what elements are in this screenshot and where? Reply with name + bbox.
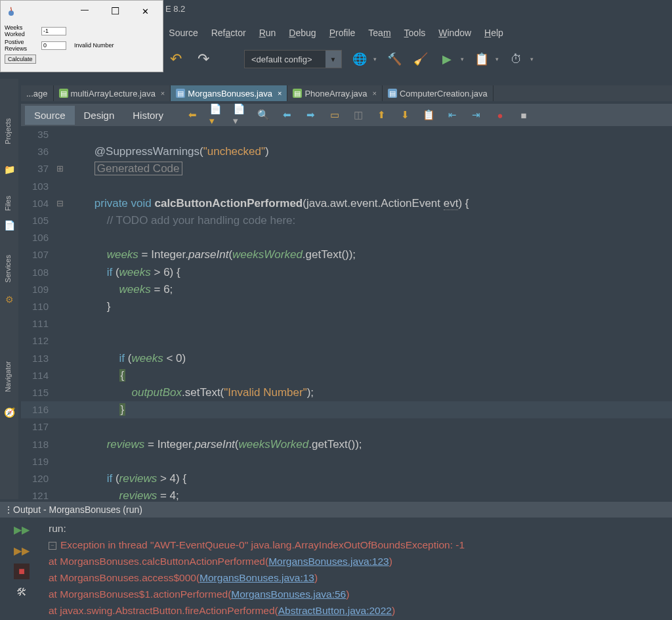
editor-tabs: ...age ▤multiArrayLecture.java× ▤Morgans…	[21, 85, 672, 101]
editor-mode-bar: Source Design History ⬅ 📄▾ 📄▾ 🔍 ⬅ ➡ ▭ ◫ …	[21, 104, 672, 126]
config-selected: <default config>	[245, 55, 326, 64]
tab-phonearray[interactable]: ▤PhoneArray.java×	[287, 85, 383, 101]
menu-profile[interactable]: Profile	[329, 28, 356, 38]
shift-left-icon[interactable]: ⇤	[446, 108, 460, 122]
positive-reviews-input[interactable]	[41, 41, 66, 50]
close-icon[interactable]: ×	[373, 89, 377, 97]
code-editor[interactable]: 35 36 @SuppressWarnings("unchecked") 37⊞…	[21, 126, 672, 504]
projects-icon: 📁	[3, 164, 16, 177]
diff-icon[interactable]: ▭	[327, 108, 342, 122]
stop-icon[interactable]: ■	[516, 108, 531, 122]
nav-back-icon[interactable]: ⬅	[186, 108, 200, 122]
globe-icon[interactable]: 🌐	[351, 51, 368, 68]
prev-icon[interactable]: ⬅	[280, 108, 295, 122]
output-side-toolbar: ▶▶ ▶▶ ■ 🛠	[0, 518, 43, 619]
chevron-down-icon: ▼	[326, 51, 341, 68]
copy-icon[interactable]: 📋	[422, 108, 436, 122]
popup-minimize-button[interactable]	[70, 1, 100, 21]
positive-reviews-label: Postive Reviews	[5, 39, 39, 52]
mode-history[interactable]: History	[123, 106, 173, 125]
mode-design[interactable]: Design	[75, 106, 124, 125]
menu-tools[interactable]: Tools	[404, 28, 426, 38]
next-icon[interactable]: ➡	[304, 108, 318, 122]
menu-source[interactable]: SSource	[163, 28, 198, 38]
output-message: Invalid Number	[74, 42, 114, 49]
menu-debug[interactable]: Debug	[289, 28, 316, 38]
down-icon[interactable]: ⬇	[398, 108, 413, 122]
menu-window[interactable]: Window	[438, 28, 471, 38]
run-icon[interactable]: ▶	[438, 51, 455, 68]
tab-services[interactable]: Services	[4, 255, 12, 282]
main-toolbar: ↶ ↷ <default config> ▼ 🌐▾ 🔨 🧹 ▶▾ 📋▾ ⏱▾	[167, 50, 534, 68]
mode-source[interactable]: Source	[25, 106, 75, 125]
popup-titlebar[interactable]	[1, 1, 163, 22]
stop-icon[interactable]: ■	[14, 564, 30, 579]
clean-build-icon[interactable]: 🧹	[412, 51, 429, 68]
record-icon[interactable]: ●	[493, 108, 507, 122]
nav-fwd-icon[interactable]: 📄▾	[209, 108, 224, 122]
weeks-worked-label: Weeks Worked	[5, 24, 39, 37]
menu-help[interactable]: Help	[484, 28, 503, 38]
menu-run[interactable]: Run	[259, 28, 276, 38]
redo-button[interactable]: ↷	[194, 50, 213, 68]
close-icon[interactable]: ×	[278, 89, 282, 97]
fold-expand-icon[interactable]: ⊞	[52, 160, 67, 177]
up-icon[interactable]: ⬆	[375, 108, 389, 122]
navigator-icon: 🧭	[3, 407, 16, 420]
services-icon: ⚙	[3, 294, 16, 307]
profile-icon[interactable]: ⏱	[508, 51, 525, 68]
output-console[interactable]: run: −Exception in thread "AWT-EventQueu…	[43, 518, 465, 619]
files-icon: 📄	[3, 220, 16, 233]
select-icon[interactable]: ◫	[351, 108, 366, 122]
ide-title-fragment: E 8.2	[165, 4, 185, 14]
weeks-worked-input[interactable]	[41, 27, 66, 35]
tab-morgansbonuses[interactable]: ▤MorgansBonuses.java×	[171, 85, 287, 101]
menu-refactor[interactable]: Refactor	[211, 28, 246, 38]
debug-icon[interactable]: 📋	[473, 51, 490, 68]
java-applet-window: Weeks Worked Postive Reviews Invalid Num…	[0, 0, 163, 72]
tab-multiarray[interactable]: ▤multiArrayLecture.java×	[54, 85, 171, 101]
fold-collapse-icon[interactable]: −	[49, 542, 56, 550]
search-icon[interactable]: 🔍	[257, 108, 271, 122]
fold-collapse-icon[interactable]: ⊟	[52, 195, 67, 212]
undo-button[interactable]: ↶	[167, 50, 185, 68]
popup-close-button[interactable]	[130, 1, 160, 21]
menu-bar: SSource Refactor Run Debug Profile Team …	[163, 28, 503, 38]
calculate-button[interactable]: Calculate	[5, 55, 36, 64]
popup-maximize-button[interactable]	[100, 1, 130, 21]
close-icon[interactable]: ×	[161, 89, 165, 97]
tab-fragment[interactable]: ...age	[21, 85, 54, 101]
run-with-icon[interactable]: ▶▶	[14, 542, 30, 558]
java-file-icon: ▤	[176, 89, 185, 98]
left-toolwindow-bar: Projects 📁 Files 📄 Services ⚙ Navigator …	[0, 79, 18, 499]
tab-files[interactable]: Files	[4, 196, 12, 211]
output-title[interactable]: ⋮ Output - MorgansBonuses (run)	[0, 502, 672, 518]
menu-team[interactable]: Team	[368, 28, 390, 38]
rerun-icon[interactable]: ▶▶	[14, 521, 30, 537]
shift-right-icon[interactable]: ⇥	[469, 108, 484, 122]
output-panel: ⋮ Output - MorgansBonuses (run) ▶▶ ▶▶ ■ …	[0, 502, 672, 620]
java-icon	[6, 6, 16, 16]
tab-projects[interactable]: Projects	[4, 118, 12, 144]
tab-computercreation[interactable]: ▤ComputerCreation.java	[383, 85, 494, 101]
config-select[interactable]: <default config> ▼	[244, 50, 342, 68]
java-file-icon: ▤	[293, 89, 302, 98]
build-icon[interactable]: 🔨	[386, 51, 403, 68]
java-file-icon: ▤	[59, 89, 68, 98]
tab-navigator[interactable]: Navigator	[4, 361, 12, 392]
java-file-icon: ▤	[388, 89, 397, 98]
settings-icon[interactable]: 🛠	[14, 585, 30, 600]
svg-point-0	[9, 11, 14, 16]
mark-icon[interactable]: 📄▾	[233, 108, 247, 122]
